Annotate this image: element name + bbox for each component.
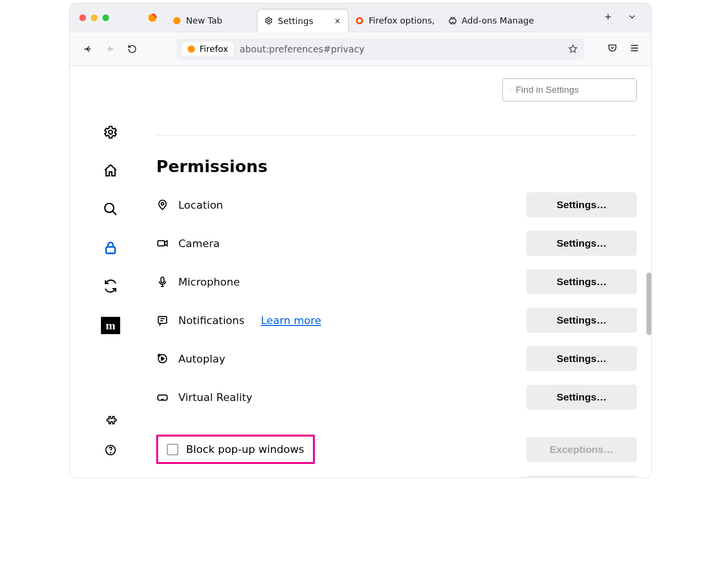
notifications-icon — [156, 314, 169, 326]
location-icon — [156, 199, 169, 211]
address-bar[interactable]: Firefox about:preferences#privacy — [176, 38, 584, 60]
sidebar-item-addons[interactable] — [104, 415, 117, 429]
svg-rect-13 — [158, 241, 164, 246]
tab-label: Add-ons Manage — [461, 15, 534, 25]
camera-icon — [156, 237, 169, 250]
block-popups-row: Block pop-up windows Exceptions… — [156, 435, 637, 464]
block-popups-label: Block pop-up windows — [186, 443, 304, 455]
notifications-settings-button[interactable]: Settings… — [526, 308, 637, 333]
tab-label: New Tab — [186, 15, 250, 25]
section-divider — [156, 135, 637, 136]
settings-search-box[interactable] — [502, 78, 637, 101]
tab-addons-manager[interactable]: Add-ons Manage — [441, 9, 541, 32]
firefox-favicon-icon — [173, 16, 181, 25]
svg-point-6 — [109, 130, 112, 134]
autoplay-settings-button[interactable]: Settings… — [526, 346, 637, 371]
permission-row-notifications: Notifications Learn more Settings… — [156, 308, 637, 333]
settings-search-input[interactable] — [516, 85, 630, 95]
permission-row-camera: Camera Settings… — [156, 231, 637, 256]
permission-label: Virtual Reality — [178, 391, 252, 403]
svg-point-11 — [510, 89, 511, 90]
window-traffic-lights — [79, 14, 109, 21]
svg-point-2 — [268, 20, 270, 22]
reload-button[interactable] — [125, 42, 139, 56]
svg-point-1 — [174, 17, 181, 24]
close-icon[interactable] — [334, 17, 341, 25]
sidebar-item-privacy[interactable] — [103, 240, 118, 257]
sidebar-item-search[interactable] — [103, 201, 118, 219]
forward-button[interactable] — [103, 42, 117, 56]
bookmark-star-icon[interactable] — [568, 44, 578, 54]
pocket-icon[interactable] — [607, 43, 618, 55]
permission-label: Notifications — [178, 314, 245, 326]
sidebar-item-mozilla[interactable]: m — [101, 317, 120, 334]
puzzle-icon — [448, 16, 457, 25]
svg-point-12 — [161, 202, 163, 205]
permission-row-autoplay: Autoplay Settings… — [156, 346, 637, 371]
svg-rect-15 — [158, 316, 166, 323]
microphone-icon — [156, 275, 169, 288]
vr-icon — [156, 391, 169, 403]
svg-rect-8 — [106, 247, 115, 253]
back-button[interactable] — [81, 42, 95, 56]
sidebar-item-general[interactable] — [103, 125, 118, 142]
location-settings-button[interactable]: Settings… — [526, 192, 637, 217]
svg-rect-14 — [161, 277, 164, 283]
preferences-content: Permissions Location Settings… Camera Se… — [151, 66, 651, 477]
window-titlebar: New Tab Settings Firefox options, Add-on… — [70, 3, 651, 32]
site-identity-box[interactable]: Firefox — [182, 42, 233, 56]
tab-label: Firefox options, — [369, 15, 435, 25]
permission-row-location: Location Settings… — [156, 192, 637, 217]
learn-more-link[interactable]: Learn more — [261, 314, 321, 326]
window-zoom-button[interactable] — [102, 14, 109, 21]
tab-new-tab[interactable]: New Tab — [166, 9, 257, 32]
gear-icon — [264, 16, 273, 25]
svg-point-5 — [188, 45, 195, 52]
permission-label: Autoplay — [178, 353, 225, 365]
permission-row-microphone: Microphone Settings… — [156, 269, 637, 294]
vr-settings-button[interactable]: Settings… — [526, 385, 637, 410]
block-popups-checkbox[interactable] — [167, 444, 178, 455]
autoplay-icon — [156, 352, 169, 365]
warn-addons-row: Warn you when websites try to install ad… — [156, 475, 637, 477]
microphone-settings-button[interactable]: Settings… — [526, 269, 637, 294]
sidebar-item-home[interactable] — [103, 163, 118, 180]
tab-firefox-options[interactable]: Firefox options, — [348, 9, 441, 32]
site-identity-label: Firefox — [199, 44, 228, 54]
new-tab-button[interactable] — [603, 12, 613, 24]
firefox-logo-icon — [148, 13, 157, 23]
camera-settings-button[interactable]: Settings… — [526, 231, 637, 256]
window-minimize-button[interactable] — [91, 14, 98, 21]
scrollbar-thumb[interactable] — [646, 273, 651, 335]
permission-row-vr: Virtual Reality Settings… — [156, 385, 637, 410]
tab-label: Settings — [278, 16, 329, 26]
preferences-sidebar: m — [70, 66, 151, 477]
navigation-toolbar: Firefox about:preferences#privacy — [70, 32, 651, 66]
sidebar-item-sync[interactable] — [103, 278, 118, 296]
firefox-favicon-icon — [355, 16, 364, 25]
svg-point-4 — [358, 19, 361, 23]
permission-label: Camera — [178, 238, 220, 250]
sidebar-item-help[interactable] — [104, 444, 117, 458]
svg-point-7 — [105, 203, 114, 213]
permission-label: Microphone — [178, 276, 240, 288]
menu-icon[interactable] — [629, 43, 640, 55]
section-heading-permissions: Permissions — [156, 157, 637, 176]
highlighted-region: Block pop-up windows — [156, 435, 315, 464]
tabs-dropdown-button[interactable] — [627, 12, 637, 24]
popups-exceptions-button[interactable]: Exceptions… — [526, 437, 637, 462]
permission-label: Location — [178, 199, 223, 211]
svg-point-10 — [110, 452, 111, 453]
window-close-button[interactable] — [79, 14, 86, 21]
addons-exceptions-button[interactable]: Exceptions… — [526, 475, 637, 477]
tab-settings[interactable]: Settings — [257, 9, 348, 32]
url-text: about:preferences#privacy — [240, 44, 568, 54]
